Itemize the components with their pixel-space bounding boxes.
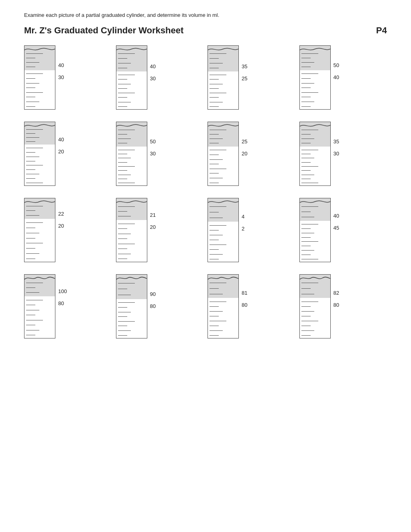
- tick-line: [301, 283, 318, 283]
- upper-label: 40: [334, 213, 339, 218]
- tick-line: [301, 237, 311, 238]
- tick-line: [210, 169, 226, 169]
- upper-label: 35: [242, 64, 247, 69]
- upper-label: 25: [242, 139, 247, 144]
- tick-line: [118, 302, 135, 303]
- tick-line: [301, 183, 318, 183]
- tick-line: [118, 139, 131, 139]
- cylinder-labels: 22 20: [56, 198, 58, 262]
- cylinder-body: [24, 274, 55, 338]
- cylinder-body: [116, 45, 147, 110]
- instruction-text: Examine each picture of a partial gradua…: [24, 12, 387, 18]
- tick-line: [210, 330, 223, 331]
- tick-line: [26, 243, 43, 243]
- tick-line: [301, 162, 311, 163]
- lower-lines: [300, 298, 330, 338]
- tick-line: [210, 84, 223, 84]
- tick-line: [118, 326, 127, 326]
- page-header: Mr. Z's Graduated Cylinder Worksheet P4: [24, 25, 387, 36]
- tick-line: [118, 63, 131, 63]
- cylinder-body: [299, 198, 331, 262]
- tick-line: [26, 300, 43, 300]
- empty-section: [116, 299, 147, 338]
- empty-section: [24, 296, 55, 338]
- tick-line: [301, 83, 315, 84]
- tick-line: [26, 215, 39, 216]
- filled-section: [24, 46, 55, 70]
- tick-line: [301, 246, 311, 246]
- tick-line: [26, 129, 43, 130]
- tick-line: [210, 106, 219, 107]
- cylinder-cell-6: 50 30: [116, 122, 204, 186]
- lower-lines: [208, 147, 238, 186]
- cylinder-outer: [299, 198, 332, 262]
- tick-line: [26, 248, 35, 249]
- tick-line: [210, 254, 223, 255]
- tick-line: [118, 88, 127, 89]
- tick-line: [26, 141, 35, 142]
- tick-line: [26, 62, 39, 63]
- cylinder-body: [299, 274, 331, 338]
- cylinder-labels: 40 30: [56, 45, 58, 110]
- cylinder-cell-11: 4 2: [208, 198, 295, 262]
- tick-line: [118, 84, 131, 84]
- tick-line: [26, 233, 39, 233]
- filled-section: [300, 198, 330, 221]
- upper-label: 100: [58, 289, 67, 294]
- cylinder-outer: [208, 122, 240, 186]
- tick-line: [118, 228, 127, 229]
- tick-line: [26, 287, 35, 288]
- cylinder-cell-13: 100 80: [24, 274, 112, 338]
- cylinder-outer: [24, 45, 56, 110]
- tick-line: [210, 150, 226, 150]
- tick-line: [118, 211, 127, 212]
- tick-line: [118, 93, 135, 93]
- tick-line: [210, 79, 219, 79]
- filled-section: [208, 275, 238, 298]
- tick-line: [210, 306, 219, 307]
- cylinder-body: [24, 122, 55, 186]
- cylinder-labels: 50 40: [332, 45, 334, 110]
- cylinder-cell-2: 40 30: [116, 45, 204, 110]
- tick-line: [301, 58, 311, 58]
- tick-line: [301, 311, 315, 312]
- tick-line: [301, 179, 311, 179]
- lower-label: 20: [58, 149, 64, 154]
- tick-line: [301, 62, 315, 63]
- tick-line: [26, 83, 39, 84]
- tick-line: [210, 130, 226, 130]
- cylinder-cell-1: 40 30: [24, 45, 112, 110]
- tick-line: [301, 175, 315, 175]
- cylinder-body: [208, 122, 239, 186]
- upper-label: 4: [242, 214, 244, 219]
- cylinder-body: [208, 198, 239, 262]
- cylinder-cell-10: 21 20: [116, 198, 204, 262]
- tick-line: [118, 158, 131, 158]
- tick-line: [118, 316, 127, 317]
- tick-line: [301, 321, 318, 321]
- tick-line: [118, 154, 127, 154]
- cylinder-labels: 25 20: [240, 122, 242, 186]
- tick-line: [301, 166, 318, 167]
- tick-line: [118, 234, 131, 234]
- cylinder-outer: [24, 122, 56, 186]
- tick-line: [26, 53, 43, 54]
- tick-line: [26, 259, 35, 259]
- tick-line: [26, 174, 39, 174]
- tick-line: [210, 159, 223, 160]
- cylinder-body: [208, 45, 239, 110]
- tick-line: [118, 259, 127, 259]
- tick-line: [118, 254, 131, 254]
- filled-section: [24, 122, 55, 145]
- lower-lines: [300, 221, 330, 262]
- tick-line: [26, 78, 35, 79]
- lower-lines: [208, 222, 238, 262]
- tick-line: [210, 225, 226, 226]
- lower-label: 30: [334, 151, 339, 156]
- tick-line: [301, 139, 315, 139]
- tick-line: [210, 302, 226, 302]
- lower-lines: [116, 71, 147, 110]
- lower-label: 30: [150, 151, 156, 156]
- tick-line: [26, 88, 35, 88]
- empty-section: [208, 147, 238, 186]
